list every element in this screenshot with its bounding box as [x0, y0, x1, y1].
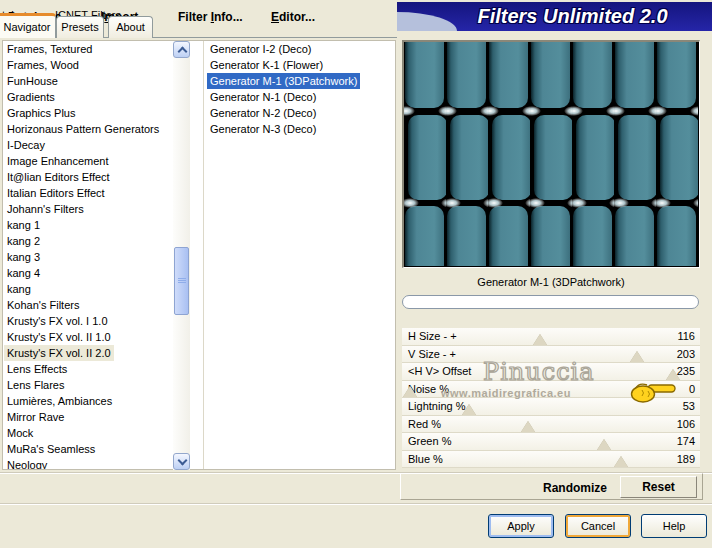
- scroll-up-button[interactable]: [173, 41, 190, 58]
- title-banner: Filters Unlimited 2.0: [397, 2, 712, 31]
- slider-thumb[interactable]: [666, 369, 680, 380]
- slider-thumb[interactable]: [630, 351, 644, 362]
- slider-row: V Size - + 203: [402, 346, 700, 364]
- list-divider: [203, 41, 204, 469]
- category-item[interactable]: Neology: [4, 457, 50, 469]
- category-item[interactable]: Krusty's FX vol. I 1.0: [4, 313, 111, 329]
- filter-preview: [402, 40, 700, 268]
- category-item[interactable]: Graphics Plus: [4, 105, 78, 121]
- app-title: Filters Unlimited 2.0: [415, 5, 712, 28]
- randomize-button[interactable]: Randomize: [543, 481, 607, 495]
- slider-value: 0: [689, 383, 695, 395]
- slider-value: 116: [677, 330, 695, 342]
- category-item[interactable]: Italian Editors Effect: [4, 185, 108, 201]
- slider-label: Green %: [408, 435, 451, 447]
- category-item[interactable]: kang 3: [4, 249, 43, 265]
- preview-image: [404, 42, 698, 266]
- slider-label: <H V> Offset: [408, 365, 471, 377]
- category-item[interactable]: kang 2: [4, 233, 43, 249]
- apply-button[interactable]: Apply: [488, 514, 554, 538]
- slider-label: Red %: [408, 418, 441, 430]
- reset-button[interactable]: Reset: [620, 476, 697, 498]
- category-item[interactable]: Krusty's FX vol. II 2.0: [4, 345, 114, 361]
- slider-thumb[interactable]: [403, 386, 417, 397]
- filter-item[interactable]: Generator N-1 (Deco): [207, 89, 319, 105]
- chevron-down-icon: [178, 456, 188, 466]
- category-item[interactable]: Gradients: [4, 89, 58, 105]
- filters-unlimited-window: { "window": { "title": "Filters Unlimite…: [0, 0, 712, 548]
- help-button[interactable]: Help: [641, 514, 707, 538]
- category-item[interactable]: Johann's Filters: [4, 201, 87, 217]
- slider-thumb[interactable]: [533, 334, 547, 345]
- tab-presets[interactable]: Presets: [56, 16, 104, 38]
- slider-label: H Size - +: [408, 330, 457, 342]
- category-item[interactable]: FunHouse: [4, 73, 61, 89]
- category-item[interactable]: kang 1: [4, 217, 43, 233]
- category-item[interactable]: I-Decay: [4, 137, 48, 153]
- category-item[interactable]: Frames, Wood: [4, 57, 82, 73]
- category-item[interactable]: kang 4: [4, 265, 43, 281]
- category-item[interactable]: Lumières, Ambiances: [4, 393, 115, 409]
- category-item[interactable]: Frames, Textured: [4, 41, 95, 57]
- filter-item[interactable]: Generator N-3 (Deco): [207, 121, 319, 137]
- cancel-button[interactable]: Cancel: [565, 514, 631, 538]
- category-item[interactable]: Lens Flares: [4, 377, 67, 393]
- slider-row: Blue % 189: [402, 451, 700, 469]
- slider-value: 203: [677, 348, 695, 360]
- filter-info-button[interactable]: Filter Info...: [178, 10, 243, 24]
- category-item[interactable]: It@lian Editors Effect: [4, 169, 113, 185]
- scrollbar-thumb[interactable]: [174, 247, 189, 315]
- slider-row: Red % 106: [402, 416, 700, 434]
- slider-value: 174: [677, 435, 695, 447]
- category-item[interactable]: Mock: [4, 425, 36, 441]
- slider-thumb[interactable]: [597, 439, 611, 450]
- filter-item[interactable]: Generator M-1 (3DPatchwork): [207, 73, 360, 89]
- slider-label: Blue %: [408, 453, 443, 465]
- slider-value: 53: [683, 400, 695, 412]
- filter-list: Generator I-2 (Deco)Generator K-1 (Flowe…: [207, 41, 395, 469]
- category-item[interactable]: Lens Effects: [4, 361, 70, 377]
- slider-label: Lightning %: [408, 400, 466, 412]
- slider-thumb[interactable]: [521, 421, 535, 432]
- slider-value: 106: [677, 418, 695, 430]
- slider-row: H Size - + 116: [402, 328, 700, 346]
- filter-item[interactable]: Generator N-2 (Deco): [207, 105, 319, 121]
- category-scrollbar[interactable]: [173, 41, 190, 470]
- slider-value: 189: [677, 453, 695, 465]
- slider-thumb[interactable]: [614, 456, 628, 467]
- filter-item[interactable]: Generator I-2 (Deco): [207, 41, 314, 57]
- slider-row: Green % 174: [402, 433, 700, 451]
- category-item[interactable]: Mirror Rave: [4, 409, 67, 425]
- slider-row: <H V> Offset 235: [402, 363, 700, 381]
- category-item[interactable]: Kohan's Filters: [4, 297, 82, 313]
- chevron-up-icon: [178, 47, 188, 57]
- filter-item[interactable]: Generator K-1 (Flower): [207, 57, 326, 73]
- tab-navigator[interactable]: Navigator: [0, 13, 56, 38]
- editor-button[interactable]: Editor...: [271, 10, 315, 24]
- preview-caption: Generator M-1 (3DPatchwork): [402, 276, 700, 288]
- scroll-down-button[interactable]: [173, 453, 190, 470]
- category-item[interactable]: kang: [4, 281, 34, 297]
- category-item[interactable]: Horizonaus Pattern Generators: [4, 121, 162, 137]
- thumb-grip-icon: [178, 278, 186, 284]
- category-list: Frames, TexturedFrames, WoodFunHouseGrad…: [4, 41, 172, 469]
- progress-bar: [402, 295, 699, 309]
- tab-about[interactable]: About: [108, 16, 153, 38]
- slider-label: V Size - +: [408, 348, 456, 360]
- pointing-hand-icon: [630, 380, 678, 406]
- category-item[interactable]: Krusty's FX vol. II 1.0: [4, 329, 114, 345]
- slider-thumb[interactable]: [462, 404, 476, 415]
- category-item[interactable]: MuRa's Seamless: [4, 441, 98, 457]
- category-item[interactable]: Image Enhancement: [4, 153, 112, 169]
